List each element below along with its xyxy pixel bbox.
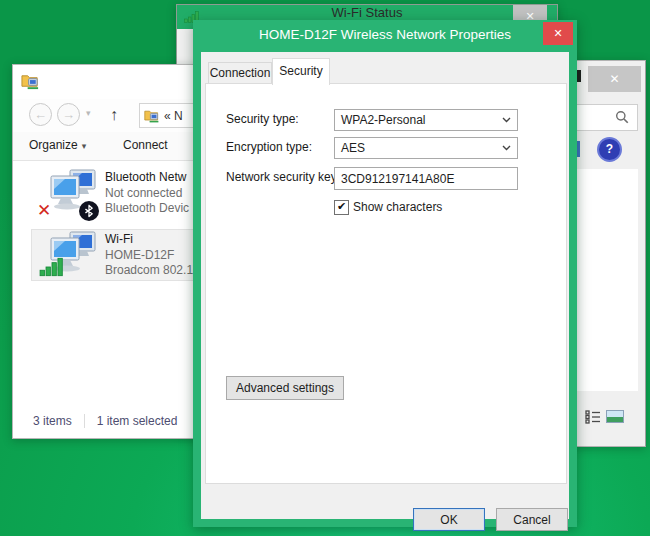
encryption-type-label: Encryption type: xyxy=(226,140,312,154)
right-window-content xyxy=(576,169,638,391)
organize-label: Organize xyxy=(29,138,78,152)
tab-security[interactable]: Security xyxy=(272,58,330,85)
search-input[interactable] xyxy=(575,104,638,131)
dialog-title: HOME-D12F Wireless Network Properties xyxy=(193,20,577,52)
selection-count: 1 item selected xyxy=(97,414,178,428)
help-button[interactable]: ? xyxy=(597,137,622,162)
ok-button[interactable]: OK xyxy=(413,508,485,531)
chevron-down-icon xyxy=(502,145,511,151)
cancel-button[interactable]: Cancel xyxy=(496,508,568,531)
status-divider xyxy=(84,414,85,428)
search-icon xyxy=(615,110,630,125)
dialog-close-button[interactable]: ✕ xyxy=(543,22,573,45)
security-type-select[interactable]: WPA2-Personal xyxy=(334,109,518,131)
forward-button[interactable]: → xyxy=(57,103,80,126)
show-characters-label: Show characters xyxy=(353,200,442,214)
network-security-key-input[interactable] xyxy=(334,167,518,190)
wifi-status-title: Wi-Fi Status xyxy=(177,5,557,20)
encryption-type-value: AES xyxy=(341,141,502,155)
advanced-settings-button[interactable]: Advanced settings xyxy=(226,376,344,400)
connect-button[interactable]: Connect xyxy=(123,138,168,152)
wireless-properties-dialog: HOME-D12F Wireless Network Properties ✕ … xyxy=(193,20,577,527)
network-folder-icon xyxy=(21,72,40,91)
security-type-value: WPA2-Personal xyxy=(341,113,502,127)
security-tab-page: Security type: WPA2-Personal Encryption … xyxy=(205,83,567,484)
desktop: Wi-Fi Status ✕ ✕ ? ← → ▾ ↑ « N xyxy=(0,0,650,536)
item-device: Broadcom 802.1 xyxy=(105,263,193,279)
history-dropdown-icon[interactable]: ▾ xyxy=(86,108,91,118)
tab-connection[interactable]: Connection xyxy=(208,62,272,84)
wifi-signal-icon xyxy=(39,257,65,277)
right-explorer-window: ✕ ? xyxy=(573,60,646,447)
address-breadcrumb: « N xyxy=(164,109,183,123)
items-count: 3 items xyxy=(33,414,72,428)
chevron-down-icon xyxy=(502,117,511,123)
encryption-type-select[interactable]: AES xyxy=(334,137,518,159)
chevron-down-icon: ▾ xyxy=(82,141,87,151)
item-device: Bluetooth Devic xyxy=(105,201,189,217)
dialog-body: Connection Security Security type: WPA2-… xyxy=(201,52,569,519)
security-type-label: Security type: xyxy=(226,112,299,126)
network-connections-icon xyxy=(144,108,160,124)
item-name: Bluetooth Netw xyxy=(105,170,189,186)
item-name: Wi-Fi xyxy=(105,232,193,248)
list-view-icon xyxy=(585,410,601,424)
bluetooth-icon xyxy=(79,201,99,221)
disconnected-x-icon: ✕ xyxy=(37,202,51,219)
back-button[interactable]: ← xyxy=(29,103,52,126)
up-button[interactable]: ↑ xyxy=(104,103,124,127)
show-characters-checkbox[interactable]: ✔ xyxy=(334,200,349,215)
details-view-button[interactable] xyxy=(585,410,601,427)
thumbnail-view-button[interactable] xyxy=(606,410,624,423)
network-security-key-label: Network security key xyxy=(226,170,337,184)
item-network: HOME-D12F xyxy=(105,248,193,264)
organize-button[interactable]: Organize▾ xyxy=(29,138,86,152)
right-window-close-button[interactable]: ✕ xyxy=(588,66,641,92)
item-status: Not connected xyxy=(105,186,189,202)
